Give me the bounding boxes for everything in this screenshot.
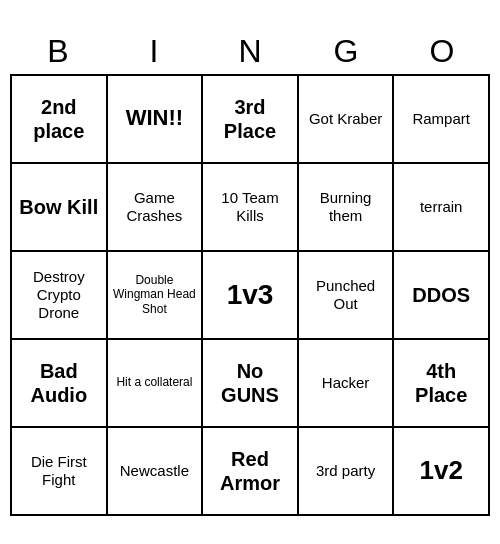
cell-text: Hacker <box>322 374 370 392</box>
cell-text: Burning them <box>303 189 389 225</box>
bingo-cell: Die First Fight <box>12 428 108 516</box>
bingo-cell: 10 Team Kills <box>203 164 299 252</box>
bingo-cell: Double Wingman Head Shot <box>108 252 204 340</box>
bingo-grid: 2nd placeWIN!!3rd PlaceGot KraberRampart… <box>10 74 490 516</box>
bingo-cell: terrain <box>394 164 490 252</box>
cell-text: DDOS <box>412 283 470 307</box>
cell-text: Hit a collateral <box>116 375 192 389</box>
bingo-cell: Burning them <box>299 164 395 252</box>
cell-text: Punched Out <box>303 277 389 313</box>
header-letter: G <box>298 29 394 74</box>
cell-text: Game Crashes <box>112 189 198 225</box>
header-letter: N <box>202 29 298 74</box>
bingo-cell: 1v2 <box>394 428 490 516</box>
cell-text: 3rd party <box>316 462 375 480</box>
bingo-cell: No GUNS <box>203 340 299 428</box>
cell-text: 1v2 <box>419 455 462 486</box>
bingo-cell: 1v3 <box>203 252 299 340</box>
bingo-card: BINGO 2nd placeWIN!!3rd PlaceGot KraberR… <box>10 29 490 516</box>
bingo-cell: 3rd party <box>299 428 395 516</box>
bingo-cell: 4th Place <box>394 340 490 428</box>
bingo-cell: 3rd Place <box>203 76 299 164</box>
cell-text: Die First Fight <box>16 453 102 489</box>
header-letter: O <box>394 29 490 74</box>
bingo-cell: WIN!! <box>108 76 204 164</box>
cell-text: Double Wingman Head Shot <box>112 273 198 316</box>
bingo-cell: Got Kraber <box>299 76 395 164</box>
cell-text: Red Armor <box>207 447 293 495</box>
cell-text: terrain <box>420 198 463 216</box>
bingo-cell: Game Crashes <box>108 164 204 252</box>
bingo-cell: Hit a collateral <box>108 340 204 428</box>
bingo-cell: Rampart <box>394 76 490 164</box>
bingo-cell: Bad Audio <box>12 340 108 428</box>
header-letter: I <box>106 29 202 74</box>
cell-text: Bad Audio <box>16 359 102 407</box>
bingo-cell: Hacker <box>299 340 395 428</box>
cell-text: Newcastle <box>120 462 189 480</box>
cell-text: 3rd Place <box>207 95 293 143</box>
cell-text: WIN!! <box>126 105 183 131</box>
bingo-cell: Newcastle <box>108 428 204 516</box>
bingo-cell: DDOS <box>394 252 490 340</box>
bingo-cell: 2nd place <box>12 76 108 164</box>
cell-text: Got Kraber <box>309 110 382 128</box>
cell-text: 4th Place <box>398 359 484 407</box>
bingo-cell: Bow Kill <box>12 164 108 252</box>
bingo-cell: Red Armor <box>203 428 299 516</box>
bingo-header: BINGO <box>10 29 490 74</box>
cell-text: 10 Team Kills <box>207 189 293 225</box>
header-letter: B <box>10 29 106 74</box>
cell-text: No GUNS <box>207 359 293 407</box>
bingo-cell: Destroy Crypto Drone <box>12 252 108 340</box>
cell-text: Destroy Crypto Drone <box>16 268 102 322</box>
cell-text: 2nd place <box>16 95 102 143</box>
bingo-cell: Punched Out <box>299 252 395 340</box>
cell-text: 1v3 <box>227 278 274 312</box>
cell-text: Rampart <box>412 110 470 128</box>
cell-text: Bow Kill <box>19 195 98 219</box>
